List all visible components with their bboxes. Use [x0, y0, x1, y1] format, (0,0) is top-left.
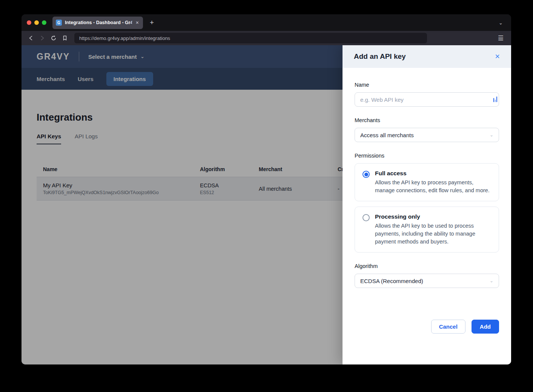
browser-tab[interactable]: G Integrations - Dashboard - Gr4 ×: [52, 17, 143, 29]
menu-icon[interactable]: ☰: [494, 34, 507, 42]
radio-full-access[interactable]: [363, 171, 370, 178]
radio-processing-only[interactable]: [363, 214, 370, 221]
browser-window: G Integrations - Dashboard - Gr4 × + ⌄ h…: [22, 14, 511, 364]
drawer-body: Name Merchants Access all merchants ⌄ Pe…: [343, 68, 511, 364]
permission-option-full-access[interactable]: Full access Allows the API key to proces…: [355, 163, 499, 201]
name-input[interactable]: [355, 92, 499, 107]
option-description: Allows the API key to process payments, …: [375, 179, 491, 194]
drawer-title: Add an API key: [354, 52, 406, 61]
close-tab-icon[interactable]: ×: [135, 20, 140, 26]
algorithm-select[interactable]: ECDSA (Recommended) ⌄: [355, 274, 499, 288]
favicon-icon: G: [56, 20, 62, 26]
autofill-extension-icon[interactable]: [493, 96, 498, 102]
drawer-header: Add an API key ×: [343, 45, 511, 68]
url-bar[interactable]: https://demo.gr4vy.app/admin/integration…: [74, 33, 427, 43]
algorithm-select-value: ECDSA (Recommended): [360, 278, 423, 284]
new-tab-button[interactable]: +: [147, 18, 156, 27]
cancel-button[interactable]: Cancel: [431, 320, 465, 334]
chevron-down-icon: ⌄: [490, 132, 493, 138]
chevron-down-icon: ⌄: [490, 278, 493, 283]
browser-toolbar: https://demo.gr4vy.app/admin/integration…: [22, 31, 511, 45]
list-all-tabs-icon[interactable]: ⌄: [496, 20, 506, 26]
option-description: Allows the API key to be used to process…: [375, 222, 491, 246]
algorithm-label: Algorithm: [355, 263, 499, 270]
forward-icon[interactable]: [37, 33, 48, 43]
url-text: https://demo.gr4vy.app/admin/integration…: [79, 35, 170, 41]
window-controls: [27, 20, 46, 25]
tab-strip: G Integrations - Dashboard - Gr4 × + ⌄: [22, 14, 511, 31]
add-button[interactable]: Add: [472, 320, 499, 334]
option-title: Processing only: [375, 213, 491, 220]
permission-option-processing-only[interactable]: Processing only Allows the API key to be…: [355, 207, 499, 253]
close-icon[interactable]: ×: [495, 52, 500, 61]
name-field-wrap: [355, 92, 499, 107]
option-title: Full access: [375, 170, 491, 177]
maximize-window-button[interactable]: [42, 20, 46, 25]
merchants-label: Merchants: [355, 117, 499, 124]
page: GR4VY Select a merchant ⌄ Merchants User…: [22, 45, 511, 364]
permissions-label: Permissions: [355, 153, 499, 159]
back-icon[interactable]: [25, 33, 37, 43]
reload-icon[interactable]: [48, 33, 59, 43]
close-window-button[interactable]: [27, 20, 31, 25]
drawer-footer: Cancel Add: [355, 320, 499, 334]
bookmark-icon[interactable]: [59, 33, 71, 43]
name-label: Name: [355, 82, 499, 89]
add-api-key-drawer: Add an API key × Name Merchants Access a…: [343, 45, 511, 364]
merchants-select[interactable]: Access all merchants ⌄: [355, 128, 499, 142]
tab-title: Integrations - Dashboard - Gr4: [65, 20, 132, 25]
minimize-window-button[interactable]: [34, 20, 39, 25]
merchants-select-value: Access all merchants: [360, 132, 414, 138]
